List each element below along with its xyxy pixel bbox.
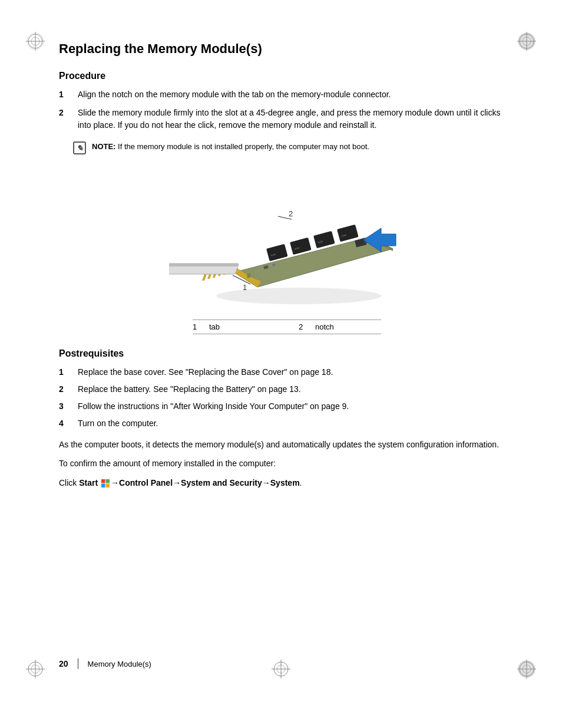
page-footer: 20 Memory Module(s) [59,658,515,669]
click-system: System [270,478,300,487]
caption-table: 1 tab 2 notch [193,319,381,334]
svg-rect-57 [106,484,110,488]
svg-rect-33 [290,238,312,255]
postrequisites-heading: Postrequisites [59,348,515,359]
svg-rect-56 [101,484,105,488]
postreq-step-3: 3 Follow the instructions in "After Work… [59,400,515,413]
page-container: Replacing the Memory Module(s) Procedure… [0,0,562,728]
footer-separator [78,658,78,669]
procedure-step-2: 2 Slide the memory module firmly into th… [59,107,515,131]
postreq-list: 1 Replace the base cover. See "Replacing… [59,366,515,430]
memory-module-image-area: RAM RAM RAM RAM [59,172,515,308]
svg-text:1: 1 [243,283,247,292]
caption-label-2: notch [315,322,381,331]
postreq-num-2: 2 [59,383,73,396]
click-instruction: Click Start →Control Panel→System and Se… [59,476,515,489]
windows-logo-icon [101,479,110,488]
step-num-2: 2 [59,107,73,131]
postreq-step-4: 4 Turn on the computer. [59,417,515,430]
note-text: NOTE: If the memory module is not instal… [92,141,369,153]
body-text-2: To confirm the amount of memory installe… [59,457,515,470]
caption-row-1: 1 tab 2 notch [193,322,381,331]
postreq-num-4: 4 [59,417,73,430]
svg-rect-54 [101,479,105,483]
svg-rect-34 [313,231,335,249]
corner-mark-bl [24,657,47,681]
click-arrow2: → [173,478,181,487]
caption-label-1: tab [209,322,275,331]
click-arrow3: → [262,478,270,487]
svg-rect-55 [106,479,110,483]
postreq-text-3: Follow the instructions in "After Workin… [78,400,349,413]
svg-rect-49 [169,263,239,266]
click-systemsecurity: System and Security [181,478,262,487]
note-body: If the memory module is not installed pr… [118,142,369,151]
svg-point-9 [518,33,535,50]
note-label: NOTE: [92,142,115,151]
memory-module-diagram: RAM RAM RAM RAM [169,172,405,308]
note-icon: ✎ [73,141,86,154]
note-box: ✎ NOTE: If the memory module is not inst… [73,141,515,154]
svg-point-18 [518,661,535,677]
procedure-heading: Procedure [59,71,515,81]
page-title: Replacing the Memory Module(s) [59,41,515,57]
corner-mark-br [515,657,538,681]
postreq-text-4: Turn on the computer. [78,417,158,430]
caption-num-1: 1 [193,322,207,331]
corner-mark-tr [515,29,538,53]
postreq-text-1: Replace the base cover. See "Replacing t… [78,366,333,378]
postreq-num-1: 1 [59,366,73,378]
body-text-1: As the computer boots, it detects the me… [59,438,515,451]
postreq-step-2: 2 Replace the battery. See "Replacing th… [59,383,515,396]
caption-num-2: 2 [299,322,313,331]
procedure-list: 1 Align the notch on the memory module w… [59,88,515,131]
page-number: 20 [59,659,68,668]
step-text-2: Slide the memory module firmly into the … [78,107,515,131]
postreq-step-1: 1 Replace the base cover. See "Replacing… [59,366,515,378]
footer-section-name: Memory Module(s) [88,660,151,668]
svg-marker-24 [234,237,393,287]
click-start: Start [79,478,98,487]
step-num-1: 1 [59,88,73,101]
svg-text:2: 2 [289,209,293,218]
click-controlpanel: Control Panel [119,478,173,487]
svg-rect-35 [337,225,359,242]
svg-point-23 [216,288,381,304]
postreq-num-3: 3 [59,400,73,413]
click-suffix: . [300,478,302,487]
procedure-step-1: 1 Align the notch on the memory module w… [59,88,515,101]
click-arrow1: → [111,478,119,487]
click-prefix: Click [59,478,79,487]
step-text-1: Align the notch on the memory module wit… [78,88,391,101]
corner-mark-tl [24,29,47,53]
postreq-text-2: Replace the battery. See "Replacing the … [78,383,301,396]
